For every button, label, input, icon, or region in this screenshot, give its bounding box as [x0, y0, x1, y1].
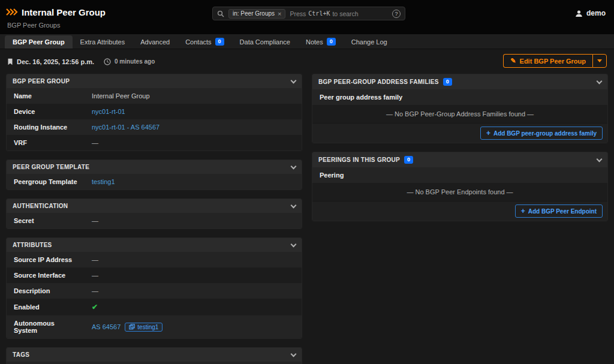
tab-label: Extra Attributes [80, 38, 125, 46]
add-peer-endpoint-label: Add BGP Peer Endpoint [528, 208, 597, 215]
global-search[interactable]: in: Peer Groups × Press Ctrl+K to search… [212, 7, 405, 20]
add-peer-endpoint-button[interactable]: + Add BGP Peer Endpoint [515, 204, 603, 218]
main-content: BGP PEER GROUP Name Internal Peer Group … [0, 74, 614, 364]
user-menu[interactable]: demo [575, 9, 606, 17]
top-navbar: Internal Peer Group BGP Peer Groups in: … [0, 0, 614, 34]
edit-bgp-peer-group-button[interactable]: ✎ Edit BGP Peer Group [503, 54, 592, 68]
panel-authentication-header[interactable]: AUTHENTICATION [7, 199, 302, 213]
tab-extra-attributes[interactable]: Extra Attributes [73, 35, 133, 49]
tab-label: Advanced [140, 38, 170, 46]
search-hint-prefix: Press [290, 10, 306, 17]
field-value: — [85, 213, 302, 228]
field-row-secret: Secret — [7, 213, 302, 228]
left-column: BGP PEER GROUP Name Internal Peer Group … [6, 74, 302, 364]
field-label: Name [7, 88, 85, 104]
peerings-column-header: Peering [312, 167, 607, 183]
tags-empty-state: No tags assigned [7, 362, 302, 364]
asn-tag-chip[interactable]: testing1 [125, 323, 162, 332]
field-value: — [85, 267, 302, 283]
panel-attributes-header[interactable]: ATTRIBUTES [7, 238, 302, 252]
address-families-column-header: Peer group address family [312, 89, 607, 105]
object-meta-row: Dec. 16, 2025, 12:56 p.m. 0 minutes ago … [0, 49, 614, 74]
panel-title: BGP PEER-GROUP ADDRESS FAMILIES [318, 79, 439, 85]
autonomous-system-link[interactable]: AS 64567 [92, 323, 121, 330]
tab-label: BGP Peer Group [13, 38, 65, 46]
peerings-empty-state: — No BGP Peer Endpoints found — [312, 183, 607, 201]
field-row-source-interface: Source Interface — [7, 267, 302, 283]
field-label: Enabled [7, 299, 85, 315]
tab-change-log[interactable]: Change Log [344, 35, 395, 49]
panel-address-families-header[interactable]: BGP PEER-GROUP ADDRESS FAMILIES 0 [312, 74, 607, 89]
search-hint-shortcut: Ctrl+K [308, 10, 330, 17]
help-icon[interactable]: ? [392, 10, 401, 18]
panel-peer-group-template-header[interactable]: PEER GROUP TEMPLATE [7, 160, 302, 174]
search-filter-chip[interactable]: in: Peer Groups × [228, 9, 285, 19]
field-row-enabled: Enabled ✔ [7, 299, 302, 315]
copy-icon [129, 324, 135, 330]
panel-bgp-peer-group-header[interactable]: BGP PEER GROUP [7, 74, 302, 88]
panel-authentication: AUTHENTICATION Secret — [6, 198, 302, 229]
field-value: — [85, 135, 302, 151]
tab-contacts-badge: 0 [215, 38, 224, 46]
tab-label: Data Compliance [240, 38, 290, 46]
panel-title: BGP PEER GROUP [13, 78, 70, 85]
page-title: Internal Peer Group [22, 7, 106, 17]
field-row-source-ip: Source IP Address — [7, 252, 302, 267]
tab-bgp-peer-group[interactable]: BGP Peer Group [5, 35, 73, 49]
edit-button-label: Edit BGP Peer Group [520, 58, 586, 65]
chevron-down-icon [597, 78, 603, 84]
chip-close-icon[interactable]: × [278, 10, 281, 17]
panel-title: ATTRIBUTES [13, 242, 52, 248]
peerings-footer: + Add BGP Peer Endpoint [312, 201, 607, 221]
routing-instance-link[interactable]: nyc01-rt-01 - AS 64567 [92, 124, 159, 131]
panel-peerings-header[interactable]: PEERINGS IN THIS GROUP 0 [312, 152, 607, 167]
field-label: Peergroup Template [7, 174, 85, 189]
field-rows: Source IP Address — Source Interface — D… [7, 252, 302, 338]
field-rows: Name Internal Peer Group Device nyc01-rt… [7, 88, 302, 151]
app-logo-icon[interactable] [6, 8, 18, 16]
panel-title: PEERINGS IN THIS GROUP [318, 157, 400, 163]
field-value: — [85, 252, 302, 267]
field-label: Description [7, 283, 85, 299]
address-families-footer: + Add BGP peer-group address family [312, 123, 607, 143]
created-date: Dec. 16, 2025, 12:56 p.m. [17, 58, 94, 65]
panel-title: PEER GROUP TEMPLATE [13, 164, 89, 170]
add-address-family-button[interactable]: + Add BGP peer-group address family [480, 127, 603, 140]
last-updated: 0 minutes ago [115, 58, 155, 65]
field-row-device: Device nyc01-rt-01 [7, 104, 302, 119]
field-rows: Peergroup Template testing1 [7, 174, 302, 189]
tab-data-compliance[interactable]: Data Compliance [232, 35, 298, 49]
pencil-icon: ✎ [510, 57, 516, 65]
panel-title: TAGS [13, 351, 29, 358]
search-hint-suffix: to search [332, 10, 358, 17]
peergroup-template-link[interactable]: testing1 [92, 178, 115, 185]
chevron-down-icon [597, 156, 603, 162]
field-row-routing-instance: Routing Instance nyc01-rt-01 - AS 64567 [7, 119, 302, 135]
field-label: Autonomous System [7, 315, 85, 338]
panel-tags: TAGS No tags assigned [6, 347, 302, 364]
field-row-autonomous-system: Autonomous System AS 64567 testing1 [7, 315, 302, 338]
search-filter-chip-label: in: Peer Groups [233, 10, 275, 17]
panel-tags-header[interactable]: TAGS [7, 348, 302, 362]
breadcrumb[interactable]: BGP Peer Groups [7, 22, 60, 29]
user-name: demo [586, 9, 606, 17]
field-label: Routing Instance [7, 119, 85, 135]
tab-notes-badge: 0 [327, 38, 336, 46]
device-link[interactable]: nyc01-rt-01 [92, 108, 125, 115]
user-icon [575, 10, 583, 17]
panel-peer-group-template: PEER GROUP TEMPLATE Peergroup Template t… [6, 160, 302, 190]
field-rows: Secret — [7, 213, 302, 228]
edit-button-group: ✎ Edit BGP Peer Group [503, 54, 607, 68]
tab-contacts[interactable]: Contacts0 [177, 35, 231, 49]
edit-dropdown-toggle[interactable] [592, 54, 607, 68]
address-families-count-badge: 0 [443, 78, 452, 86]
field-row-vrf: VRF — [7, 135, 302, 151]
plus-icon: + [486, 129, 490, 137]
enabled-check-icon: ✔ [92, 303, 98, 311]
field-label: Device [7, 104, 85, 119]
tab-notes[interactable]: Notes0 [298, 35, 344, 49]
tab-label: Change Log [351, 38, 387, 46]
panel-attributes: ATTRIBUTES Source IP Address — Source In… [6, 237, 302, 339]
tab-advanced[interactable]: Advanced [133, 35, 177, 49]
address-families-empty-state: — No BGP Peer-Group Address Families fou… [312, 105, 607, 123]
